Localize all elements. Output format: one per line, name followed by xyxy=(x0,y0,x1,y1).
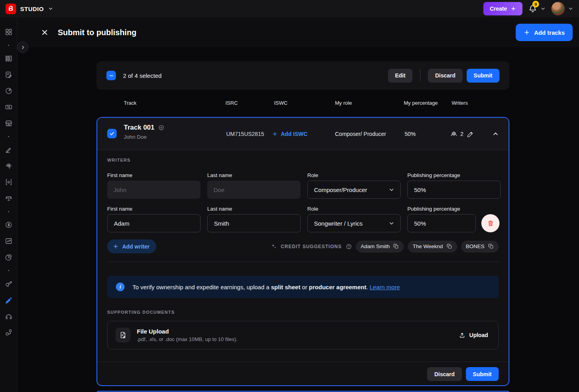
delete-writer-button[interactable] xyxy=(481,214,500,232)
credit-suggestions: CREDIT SUGGESTIONS Adam Smith The Weeknd… xyxy=(271,239,499,253)
credit-chip[interactable]: The Weeknd xyxy=(408,241,457,253)
edit-button[interactable]: Edit xyxy=(388,69,412,83)
file-upload-dropzone[interactable]: File Upload .pdf, .xls, or .doc (max 10M… xyxy=(107,321,499,349)
credit-chip[interactable]: BONES xyxy=(461,241,499,253)
sidebar-item-meter[interactable] xyxy=(0,83,17,99)
chevron-down-icon xyxy=(48,6,53,11)
last-name-input[interactable] xyxy=(207,214,301,232)
pie-chart-icon xyxy=(5,253,13,261)
column-isrc: ISRC xyxy=(225,100,238,106)
sidebar-separator xyxy=(0,40,17,50)
sidebar-separator xyxy=(0,131,17,141)
sidebar-item-earnings[interactable] xyxy=(0,217,17,233)
publishing-percentage-input[interactable] xyxy=(407,214,476,232)
sidebar-item-notes[interactable] xyxy=(0,66,17,83)
brand-menu[interactable]: B★ STUDIO xyxy=(6,4,53,14)
sidebar-item-integrations[interactable] xyxy=(0,324,17,340)
chevron-down-icon xyxy=(388,187,395,193)
sidebar-item-promote[interactable] xyxy=(0,275,17,292)
plus-icon xyxy=(272,131,278,137)
select-all-checkbox[interactable] xyxy=(106,71,116,80)
add-writer-label: Add writer xyxy=(122,243,149,250)
learn-more-link[interactable]: Learn more xyxy=(370,284,400,290)
publishing-percentage-label: Publishing percentage xyxy=(407,206,501,212)
role-select[interactable]: Composer/Producer xyxy=(307,181,401,199)
column-my-percentage: My percentage xyxy=(404,100,438,106)
file-upload-subtitle: .pdf, .xls, or .doc (max 10MB, up to 10 … xyxy=(137,336,237,342)
writers-count-value: 2 xyxy=(460,131,464,137)
close-button[interactable] xyxy=(40,28,49,37)
role-label: Role xyxy=(307,206,401,212)
account-menu[interactable] xyxy=(551,2,573,15)
copy-icon xyxy=(447,243,452,249)
add-tracks-button[interactable]: Add tracks xyxy=(516,24,573,41)
track-title: Track 001 xyxy=(124,124,155,132)
column-my-role: My role xyxy=(335,100,352,106)
sidebar-item-splits[interactable] xyxy=(0,190,17,206)
plus-icon xyxy=(113,243,119,249)
sidebar-item-library[interactable] xyxy=(0,50,17,66)
credit-chip-label: Adam Smith xyxy=(361,243,390,249)
chevron-down-icon xyxy=(540,6,546,11)
role-label: Role xyxy=(307,172,401,178)
divider xyxy=(97,362,509,362)
track-isrc: UM715US2815 xyxy=(226,118,264,150)
first-name-input[interactable] xyxy=(107,181,201,199)
chevron-right-icon xyxy=(21,45,25,50)
sidebar-item-store[interactable] xyxy=(0,115,17,131)
bandlab-logo-icon: B★ xyxy=(6,4,16,14)
megaphone-icon xyxy=(5,280,13,288)
chart-trend-icon xyxy=(5,237,13,245)
sidebar-item-sessions[interactable] xyxy=(0,308,17,324)
sidebar-item-deals[interactable] xyxy=(0,99,17,115)
last-name-label: Last name xyxy=(207,206,301,212)
upload-button[interactable]: Upload xyxy=(455,329,492,342)
writers-heading: WRITERS xyxy=(107,158,131,162)
copy-icon xyxy=(393,243,399,249)
add-writer-button[interactable]: Add writer xyxy=(107,239,156,253)
add-iswc-label: Add ISWC xyxy=(281,131,308,137)
add-iswc-button[interactable]: Add ISWC xyxy=(272,118,308,150)
waveform-icon xyxy=(5,178,13,186)
chevron-down-icon xyxy=(568,6,573,11)
help-icon[interactable] xyxy=(346,243,352,250)
discard-button[interactable]: Discard xyxy=(427,367,462,381)
publishing-percentage-input[interactable] xyxy=(407,181,501,199)
selection-count: 2 of 4 selected xyxy=(123,72,162,79)
column-writers: Writers xyxy=(452,100,468,106)
notifications-menu[interactable]: 9 xyxy=(528,4,546,13)
disc-icon xyxy=(158,124,165,131)
sidebar-item-insights[interactable] xyxy=(0,233,17,249)
brand-name: STUDIO xyxy=(20,6,44,12)
sidebar-item-masters[interactable] xyxy=(0,158,17,174)
sidebar-item-distribution[interactable] xyxy=(0,249,17,265)
first-name-label: First name xyxy=(107,206,201,212)
store-icon xyxy=(5,119,13,127)
credit-chip[interactable]: Adam Smith xyxy=(356,241,404,253)
role-select[interactable]: Songwriter / Lyrics xyxy=(307,214,401,232)
minus-icon xyxy=(109,73,114,78)
first-name-input[interactable] xyxy=(107,214,201,232)
create-button[interactable]: Create xyxy=(483,2,522,15)
table-header: Track ISRC ISWC My role My percentage Wr… xyxy=(96,100,509,109)
discard-selected-button[interactable]: Discard xyxy=(428,69,462,83)
sidebar-expand-button[interactable] xyxy=(17,41,28,53)
last-name-input[interactable] xyxy=(207,181,301,199)
track-title-block: Track 001 John Doe xyxy=(124,124,165,140)
headphones-icon xyxy=(5,312,13,320)
track-checkbox[interactable] xyxy=(107,129,117,138)
sidebar-item-publishing[interactable] xyxy=(0,292,17,308)
library-columns-icon xyxy=(5,55,13,62)
sidebar-item-write[interactable] xyxy=(0,141,17,158)
sidebar-item-dashboard[interactable] xyxy=(0,24,17,40)
dollar-circle-icon xyxy=(5,221,13,229)
meter-icon xyxy=(5,87,13,95)
file-upload-title: File Upload xyxy=(137,328,237,335)
submit-button[interactable]: Submit xyxy=(466,367,499,381)
collapse-track-button[interactable] xyxy=(492,118,499,150)
info-banner-text: To verify ownership and expedite earning… xyxy=(132,284,400,290)
divider xyxy=(420,70,420,81)
submit-selected-button[interactable]: Submit xyxy=(467,69,500,83)
sidebar-item-sounds[interactable] xyxy=(0,174,17,190)
edit-track-button[interactable] xyxy=(467,118,474,150)
